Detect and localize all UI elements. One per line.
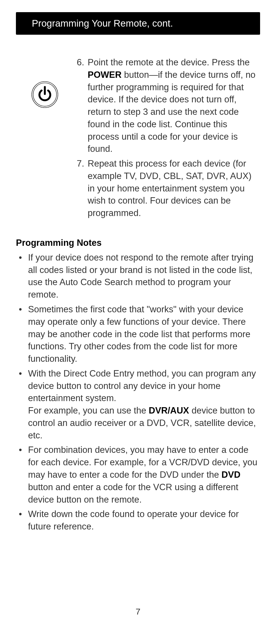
note-item: • With the Direct Code Entry method, you… — [16, 368, 260, 442]
note-item: • For combination devices, you may have … — [16, 444, 260, 506]
page-number: 7 — [0, 607, 276, 617]
step-item: 7. Repeat this process for each device (… — [74, 158, 260, 219]
note-text: With the Direct Code Entry method, you c… — [28, 368, 260, 442]
bullet-icon: • — [16, 508, 28, 533]
bullet-icon: • — [16, 444, 28, 506]
power-icon — [31, 81, 58, 108]
section-header-title: Programming Your Remote, cont. — [32, 18, 173, 29]
step-number: 6. — [74, 56, 88, 155]
bullet-icon: • — [16, 368, 28, 442]
note-text: Write down the code found to operate you… — [28, 508, 260, 533]
note-item: • If your device does not respond to the… — [16, 252, 260, 301]
bullet-icon: • — [16, 303, 28, 365]
step-text: Point the remote at the device. Press th… — [88, 56, 260, 155]
step-item: 6. Point the remote at the device. Press… — [74, 56, 260, 155]
steps-column: 6. Point the remote at the device. Press… — [74, 56, 260, 222]
note-text: Sometimes the first code that "works" wi… — [28, 303, 260, 365]
step-number: 7. — [74, 158, 88, 219]
note-text: If your device does not respond to the r… — [28, 252, 260, 301]
notes-list: • If your device does not respond to the… — [16, 252, 260, 533]
note-text: For combination devices, you may have to… — [28, 444, 260, 506]
notes-heading: Programming Notes — [16, 238, 260, 248]
bullet-icon: • — [16, 252, 28, 301]
page-container: Programming Your Remote, cont. 6. Point … — [0, 0, 276, 644]
step-text: Repeat this process for each device (for… — [88, 158, 260, 219]
icon-column — [16, 56, 74, 108]
section-header: Programming Your Remote, cont. — [16, 12, 260, 35]
note-item: • Write down the code found to operate y… — [16, 508, 260, 533]
note-item: • Sometimes the first code that "works" … — [16, 303, 260, 365]
numbered-steps-section: 6. Point the remote at the device. Press… — [16, 56, 260, 222]
